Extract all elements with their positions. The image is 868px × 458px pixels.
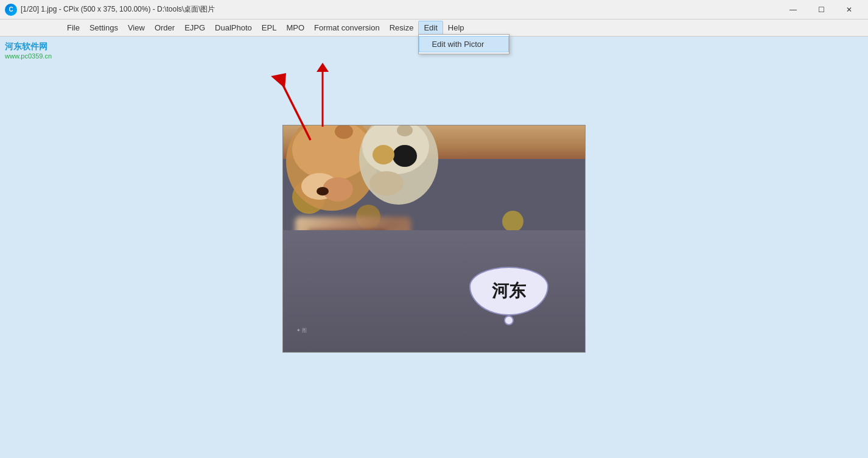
- menu-edit[interactable]: Edit: [418, 21, 443, 35]
- menu-edit-with-pictor[interactable]: Edit with Pictor: [419, 36, 509, 52]
- menu-resize[interactable]: Resize: [385, 21, 419, 34]
- title-bar-left: C [1/20] 1.jpg - CPix (500 x 375, 100.00…: [5, 4, 215, 16]
- title-bar-controls: — ☐ ✕: [779, 0, 863, 19]
- maximize-button[interactable]: ☐: [807, 0, 835, 19]
- main-content: 河东 ✦ 图: [0, 37, 868, 458]
- menu-ejpg[interactable]: EJPG: [180, 21, 210, 34]
- svg-marker-3: [271, 73, 286, 88]
- main-image: 河东 ✦ 图: [282, 125, 586, 353]
- menu-view[interactable]: View: [123, 21, 150, 34]
- menu-edit-wrapper: Edit Edit with Pictor: [418, 21, 443, 35]
- arrow-indicator: [298, 60, 347, 133]
- svg-text:✦ 图: ✦ 图: [296, 328, 307, 333]
- menu-mpo[interactable]: MPO: [281, 21, 309, 34]
- menu-bar: 河东软件网 www.pc0359.cn File Settings View O…: [0, 19, 868, 37]
- close-button[interactable]: ✕: [835, 0, 863, 19]
- svg-point-14: [393, 145, 417, 167]
- title-bar: C [1/20] 1.jpg - CPix (500 x 375, 100.00…: [0, 0, 868, 19]
- menu-format-conversion[interactable]: Format conversion: [309, 21, 385, 34]
- dog-left-group: [283, 125, 441, 229]
- menu-settings[interactable]: Settings: [85, 21, 123, 34]
- window-title: [1/20] 1.jpg - CPix (500 x 375, 100.00%)…: [21, 4, 215, 15]
- photo-watermark: ✦ 图: [295, 323, 326, 340]
- speech-bubble-text: 河东: [492, 280, 526, 303]
- menu-epl[interactable]: EPL: [257, 21, 282, 34]
- menu-dualphoto[interactable]: DualPhoto: [210, 21, 257, 34]
- photo-scene: 河东 ✦ 图: [283, 125, 585, 352]
- svg-point-11: [369, 171, 404, 196]
- svg-point-8: [317, 187, 329, 196]
- edit-dropdown: Edit with Pictor: [418, 34, 509, 54]
- minimize-button[interactable]: —: [779, 0, 807, 19]
- menu-file[interactable]: File: [62, 21, 85, 34]
- svg-marker-1: [317, 63, 329, 72]
- bokeh-6: [502, 211, 523, 232]
- app-logo: C: [5, 4, 17, 16]
- svg-point-15: [373, 145, 394, 164]
- menu-help[interactable]: Help: [443, 21, 469, 34]
- menu-order[interactable]: Order: [150, 21, 180, 34]
